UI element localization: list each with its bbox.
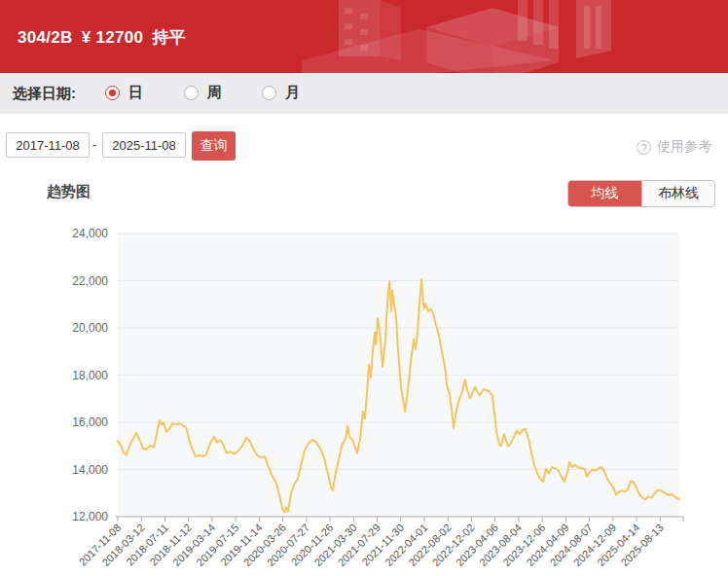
radio-unchecked-icon[interactable] bbox=[184, 86, 199, 100]
radio-label: 日 bbox=[128, 84, 143, 102]
usage-reference-link[interactable]: ? 使用参考 bbox=[637, 138, 711, 156]
y-axis-label: 16,000 bbox=[72, 415, 108, 429]
question-icon: ? bbox=[637, 140, 651, 155]
product-name: 304/2B bbox=[18, 28, 73, 47]
toggle-moving-average[interactable]: 均线 bbox=[568, 181, 641, 206]
y-axis-label: 12,000 bbox=[72, 510, 108, 523]
radio-option-week[interactable]: 周 bbox=[184, 84, 222, 102]
query-button[interactable]: 查询 bbox=[192, 131, 236, 161]
radio-label: 月 bbox=[285, 84, 300, 102]
radio-option-month[interactable]: 月 bbox=[262, 84, 300, 102]
y-axis-label: 20,000 bbox=[72, 321, 108, 335]
radio-label: 周 bbox=[207, 84, 222, 102]
chart-section-title: 趋势图 bbox=[47, 183, 91, 201]
date-type-label: 选择日期: bbox=[13, 85, 76, 103]
trend-chart-svg: 12,00014,00016,00018,00020,00022,00024,0… bbox=[0, 219, 728, 576]
y-axis-label: 22,000 bbox=[72, 274, 108, 288]
date-range-separator: - bbox=[92, 137, 96, 152]
radio-option-day[interactable]: 日 bbox=[105, 84, 143, 102]
radio-checked-icon[interactable] bbox=[105, 86, 120, 100]
trend-status: 持平 bbox=[152, 28, 186, 47]
y-axis-label: 24,000 bbox=[72, 227, 108, 240]
app-header: 304/2B¥ 12700持平 bbox=[0, 0, 728, 73]
price-trend-page: 304/2B¥ 12700持平 选择日期: 日 周 月 - 查询 ? 使用参考 … bbox=[0, 0, 728, 576]
start-date-input[interactable] bbox=[6, 132, 90, 158]
end-date-input[interactable] bbox=[102, 132, 186, 158]
y-axis-label: 14,000 bbox=[72, 463, 108, 477]
y-axis-label: 18,000 bbox=[72, 369, 108, 382]
city-illustration-icon bbox=[302, 0, 623, 73]
chart-mode-toggle: 均线 布林线 bbox=[567, 180, 715, 207]
trend-chart: 12,00014,00016,00018,00020,00022,00024,0… bbox=[0, 219, 728, 576]
header-title: 304/2B¥ 12700持平 bbox=[18, 26, 195, 49]
usage-reference-label: 使用参考 bbox=[657, 138, 711, 156]
current-price: ¥ 12700 bbox=[82, 28, 144, 47]
date-type-filter-row: 选择日期: 日 周 月 bbox=[0, 73, 728, 114]
radio-unchecked-icon[interactable] bbox=[262, 86, 276, 100]
toggle-bollinger[interactable]: 布林线 bbox=[641, 181, 714, 206]
